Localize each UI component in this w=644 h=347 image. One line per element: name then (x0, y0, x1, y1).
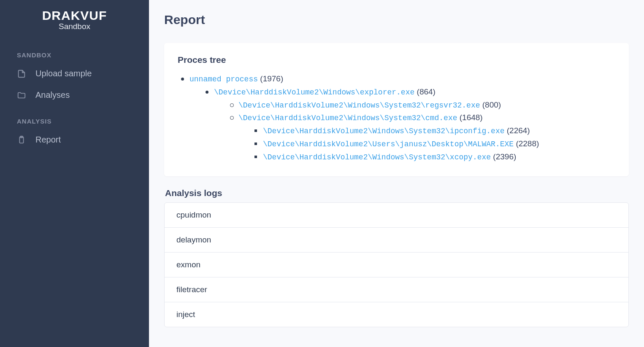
log-item[interactable]: filetracer (165, 277, 628, 302)
process-name-link[interactable]: \Device\HarddiskVolume2\Windows\System32… (263, 127, 505, 135)
process-tree-title: Proces tree (178, 55, 615, 65)
sidebar-item-label: Upload sample (35, 69, 92, 78)
process-name-link[interactable]: \Device\HarddiskVolume2\Windows\explorer… (214, 88, 414, 97)
sidebar-item-report[interactable]: Report (0, 129, 149, 151)
log-item[interactable]: inject (165, 302, 628, 327)
process-pid: (864) (414, 87, 436, 96)
process-name-link[interactable]: \Device\HarddiskVolume2\Windows\System32… (263, 153, 491, 161)
main-content: Report Proces tree unnamed process (1976… (149, 0, 644, 347)
nav-section-analysis-label: ANALYSIS (0, 106, 149, 129)
clipboard-icon (17, 135, 26, 145)
log-item[interactable]: cpuidmon (165, 203, 628, 228)
brand-subtitle: Sandbox (17, 22, 132, 31)
process-name-link[interactable]: unnamed process (189, 75, 258, 83)
file-icon (17, 69, 26, 78)
sidebar: DRAKVUF Sandbox SANDBOX Upload sample An… (0, 0, 149, 347)
sidebar-item-label: Analyses (35, 90, 70, 100)
log-item[interactable]: exmon (165, 253, 628, 277)
process-name-link[interactable]: \Device\HarddiskVolume2\Windows\System32… (238, 114, 457, 122)
analysis-logs-title: Analysis logs (164, 188, 629, 198)
process-tree-node: \Device\HarddiskVolume2\Users\janusz\Des… (251, 137, 615, 151)
sidebar-item-analyses[interactable]: Analyses (0, 84, 149, 106)
process-tree-node: unnamed process (1976)\Device\HarddiskVo… (178, 73, 615, 164)
process-tree-card: Proces tree unnamed process (1976)\Devic… (164, 43, 629, 176)
folder-icon (17, 91, 26, 100)
sidebar-item-upload-sample[interactable]: Upload sample (0, 63, 149, 84)
process-tree-node: \Device\HarddiskVolume2\Windows\System32… (251, 151, 615, 164)
page-title: Report (164, 13, 629, 27)
process-name-link[interactable]: \Device\HarddiskVolume2\Windows\System32… (238, 101, 480, 110)
log-item[interactable]: delaymon (165, 228, 628, 253)
process-pid: (1976) (258, 74, 283, 83)
process-tree-node: \Device\HarddiskVolume2\Windows\System32… (227, 99, 615, 112)
process-pid: (2396) (491, 152, 516, 161)
nav-section-sandbox-label: SANDBOX (0, 40, 149, 63)
process-pid: (2288) (514, 139, 539, 148)
process-name-link[interactable]: \Device\HarddiskVolume2\Users\janusz\Des… (263, 140, 514, 148)
process-tree-node: \Device\HarddiskVolume2\Windows\System32… (227, 111, 615, 163)
process-pid: (1648) (457, 113, 482, 122)
analysis-logs-section: Analysis logs cpuidmondelaymonexmonfilet… (164, 188, 629, 327)
analysis-logs-list: cpuidmondelaymonexmonfiletracerinject (164, 202, 629, 327)
process-pid: (800) (480, 100, 501, 109)
brand: DRAKVUF Sandbox (0, 8, 149, 40)
brand-title: DRAKVUF (17, 8, 132, 23)
process-tree: unnamed process (1976)\Device\HarddiskVo… (178, 73, 615, 164)
process-tree-node: \Device\HarddiskVolume2\Windows\System32… (251, 124, 615, 137)
sidebar-item-label: Report (35, 135, 61, 145)
process-tree-node: \Device\HarddiskVolume2\Windows\explorer… (202, 86, 615, 164)
process-pid: (2264) (505, 126, 530, 135)
